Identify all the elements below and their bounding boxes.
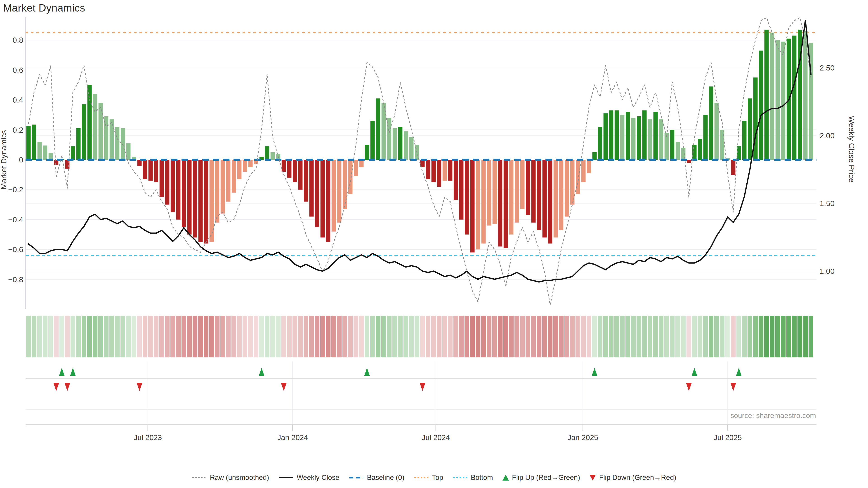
market-dynamics-bar — [609, 110, 613, 160]
heatmap-cell — [675, 316, 680, 357]
flip-up-marker — [692, 368, 697, 376]
market-dynamics-bar — [465, 160, 469, 234]
heatmap-cell — [481, 316, 486, 357]
left-axis-tick-label: −0.6 — [8, 245, 23, 254]
heatmap-cell — [226, 316, 230, 357]
market-dynamics-bar — [765, 30, 769, 160]
market-dynamics-bar — [243, 160, 247, 172]
heatmap-cell — [792, 316, 797, 357]
heatmap-cell — [243, 316, 247, 357]
market-dynamics-bar — [759, 51, 763, 160]
heatmap-cell — [492, 316, 497, 357]
heatmap-cell — [698, 316, 702, 357]
market-dynamics-bar — [504, 160, 508, 248]
heatmap-cell — [365, 316, 369, 357]
market-dynamics-bar — [704, 115, 708, 160]
market-dynamics-bar — [304, 160, 308, 201]
legend-item-flip_up[interactable]: Flip Up (Red→Green) — [502, 474, 580, 482]
market-dynamics-bar — [226, 160, 230, 201]
market-dynamics-bar — [482, 160, 486, 243]
market-dynamics-bar — [248, 160, 253, 167]
left-axis-tick-label: 0.4 — [13, 96, 23, 104]
x-axis-tick-label: Jan 2024 — [277, 433, 308, 442]
market-dynamics-bar — [487, 160, 491, 225]
heatmap-cell — [692, 316, 697, 357]
market-dynamics-bar — [648, 119, 652, 160]
market-dynamics-bar — [548, 160, 552, 243]
heatmap-cell — [359, 316, 364, 357]
market-dynamics-bar — [354, 160, 358, 176]
market-dynamics-bar — [781, 41, 785, 160]
flip-down-marker — [54, 383, 59, 391]
market-dynamics-bar — [470, 160, 475, 252]
heatmap-cell — [26, 316, 31, 357]
heatmap-cell — [37, 316, 42, 357]
market-dynamics-bar — [332, 160, 336, 232]
heatmap-cell — [664, 316, 669, 357]
x-axis-tick-label: Jan 2025 — [567, 433, 598, 442]
market-dynamics-bar — [565, 160, 569, 217]
market-dynamics-bar — [587, 160, 591, 173]
market-dynamics-bar — [193, 160, 197, 237]
market-dynamics-bar — [237, 160, 241, 179]
market-dynamics-bar — [26, 126, 31, 160]
heatmap-cell — [515, 316, 519, 357]
heatmap-cell — [309, 316, 314, 357]
legend-item-label: Flip Down (Green→Red) — [599, 474, 676, 482]
legend-item-flip_down[interactable]: Flip Down (Green→Red) — [590, 474, 676, 482]
heatmap-cell — [270, 316, 275, 357]
market-dynamics-bar — [459, 160, 463, 220]
left-axis-title: Market Dynamics — [0, 130, 8, 190]
market-dynamics-bar — [664, 133, 669, 160]
legend-item-raw[interactable]: Raw (unsmoothed) — [192, 474, 269, 482]
market-dynamics-bar — [715, 103, 719, 160]
market-dynamics-bar — [581, 160, 586, 182]
market-dynamics-bar — [165, 160, 169, 205]
market-dynamics-bar — [515, 160, 519, 223]
market-dynamics-bar — [370, 121, 375, 160]
market-dynamics-bar — [670, 130, 674, 160]
right-axis-title: Weekly Close Price — [847, 116, 856, 182]
market-dynamics-bar — [576, 160, 580, 194]
heatmap-cell — [98, 316, 103, 357]
flip-up-marker — [59, 368, 64, 376]
market-dynamics-bar — [603, 113, 608, 160]
market-dynamics-bar — [687, 160, 691, 163]
legend-item-label: Raw (unsmoothed) — [210, 474, 269, 482]
market-dynamics-bar — [65, 160, 69, 169]
market-dynamics-bar — [93, 94, 97, 160]
right-axis-tick-label: 1.50 — [819, 199, 835, 207]
market-dynamics-bar — [698, 139, 702, 160]
heatmap-cell — [182, 316, 186, 357]
heatmap-cell — [625, 316, 630, 357]
chart-legend: Raw (unsmoothed) Weekly Close Baseline (… — [0, 474, 868, 482]
market-dynamics-bar — [282, 160, 286, 172]
flip-up-marker — [364, 368, 370, 376]
heatmap-cell — [553, 316, 558, 357]
market-dynamics-bar — [365, 145, 369, 160]
heatmap-cell — [670, 316, 675, 357]
market-dynamics-bar — [204, 160, 208, 243]
legend-item-baseline[interactable]: Baseline (0) — [349, 474, 404, 482]
legend-item-top[interactable]: Top — [414, 474, 443, 482]
market-dynamics-bar — [271, 152, 275, 160]
legend-item-bottom[interactable]: Bottom — [453, 474, 493, 482]
heatmap-cell — [237, 316, 242, 357]
market-dynamics-bar — [393, 128, 397, 160]
heatmap-cell — [786, 316, 791, 357]
heatmap-cell — [353, 316, 358, 357]
market-dynamics-bar — [709, 87, 713, 160]
heatmap-cell — [82, 316, 86, 357]
market-dynamics-bar — [448, 160, 452, 181]
heatmap-cell — [742, 316, 747, 357]
right-axis-tick-label: 2.50 — [819, 64, 835, 72]
heatmap-cell — [576, 316, 580, 357]
heatmap-cell — [737, 316, 741, 357]
heatmap-cell — [215, 316, 219, 357]
heatmap-cell — [770, 316, 774, 357]
market-dynamics-bar — [320, 160, 325, 237]
market-dynamics-bar — [626, 112, 630, 160]
heatmap-cell — [315, 316, 319, 357]
heatmap-cell — [758, 316, 763, 357]
legend-item-close[interactable]: Weekly Close — [278, 474, 339, 482]
